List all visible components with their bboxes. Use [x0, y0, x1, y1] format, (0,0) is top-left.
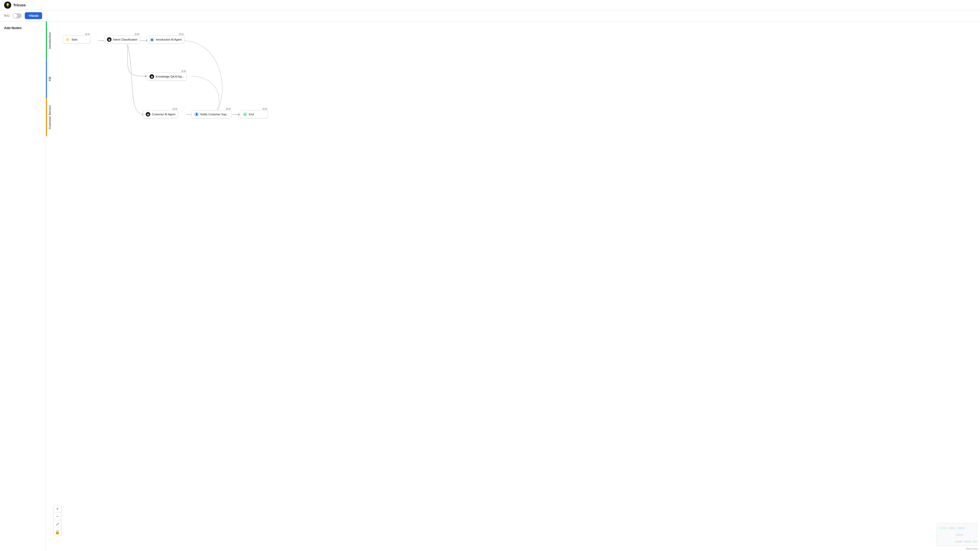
node-introduction-ai-agent[interactable]: □ □ ▦ Introduction AI Agent [147, 35, 185, 44]
sidebar-title: Add Nodes [4, 26, 22, 30]
fit-view-button[interactable]: ⤢ [54, 521, 61, 528]
handle-icon: □ [135, 33, 137, 35]
handle-icon-2: □ [137, 33, 139, 35]
handle-icon: □ [179, 33, 181, 35]
start-icon: ⚡ [65, 37, 70, 42]
handle-icon-2: □ [229, 108, 231, 110]
handle-icon: □ [262, 108, 265, 110]
ro-toggle[interactable] [13, 13, 22, 18]
swimlane-customer-service-label: Customer Service [47, 98, 52, 136]
lock-button[interactable]: 🔒 [54, 528, 61, 535]
node-km-agent-label: Knowledge QA AI Ag... [156, 75, 184, 78]
handle-icon-2: □ [88, 33, 90, 35]
swimlane-introduction: Introduction [46, 21, 980, 60]
minimap [937, 523, 977, 546]
node-intent-classification[interactable]: □ □ ◉ Intent Classification [104, 35, 140, 44]
handle-icon: □ [85, 33, 87, 35]
zoom-controls: + − ⤢ 🔒 [54, 505, 61, 536]
swimlane-introduction-label: Introduction [47, 21, 52, 60]
intro-agent-icon: ▦ [150, 37, 154, 42]
node-start[interactable]: □ □ ⚡ Start [62, 35, 91, 44]
handle-icon-2: □ [265, 108, 267, 110]
node-start-label: Start [72, 38, 77, 41]
canvas: Introduction KM Customer Service [46, 21, 980, 551]
zoom-out-button[interactable]: − [54, 513, 61, 520]
add-node-button[interactable]: +Node [25, 12, 42, 19]
app-logo: 💡 [4, 2, 11, 9]
handle-icon: □ [226, 108, 228, 110]
handle-icon: □ [181, 70, 183, 72]
minimap-label: React Flow [966, 548, 977, 550]
ro-label: R/O [4, 14, 10, 17]
node-end[interactable]: □ □ ● End [240, 110, 268, 118]
handle-icon-2: □ [175, 108, 177, 110]
handle-icon-2: □ [182, 33, 184, 35]
node-intro-agent-label: Introduction AI Agent [156, 38, 182, 41]
notify-icon: 👤 [194, 112, 199, 117]
swimlane-km-label: KM [47, 60, 52, 98]
node-end-label: End [249, 113, 254, 116]
node-knowledge-qa-agent[interactable]: □ □ ◉ Knowledge QA AI Ag... [147, 73, 187, 81]
header: 💡 Tricuss [0, 0, 980, 10]
customer-agent-icon: ◉ [146, 112, 150, 117]
sidebar: Add Nodes [0, 21, 46, 551]
km-agent-icon: ◉ [150, 74, 154, 79]
end-icon: ● [243, 112, 247, 117]
node-customer-ai-agent[interactable]: □ □ ◉ Customer AI Agent [143, 110, 178, 118]
node-customer-agent-label: Customer AI Agent [152, 113, 175, 116]
intent-icon: ◉ [107, 37, 111, 42]
node-notify-customer-support[interactable]: □ □ 👤 Notify Customer Sup... [191, 110, 231, 118]
handle-icon-2: □ [184, 70, 186, 72]
swimlane-customer-service: Customer Service [46, 98, 980, 136]
node-notify-label: Notify Customer Sup... [200, 113, 229, 116]
handle-icon: □ [173, 108, 175, 110]
toolbar: R/O +Node [0, 10, 980, 21]
node-intent-label: Intent Classification [113, 38, 137, 41]
logo-icon: 💡 [6, 3, 10, 7]
app-title: Tricuss [13, 3, 26, 7]
zoom-in-button[interactable]: + [54, 505, 61, 513]
